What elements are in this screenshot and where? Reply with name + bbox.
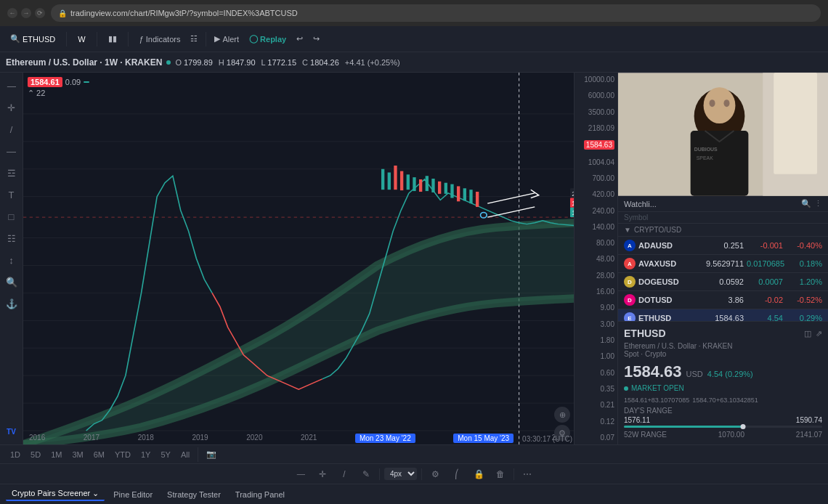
watchlist-search-icon[interactable]: 🔍 [801, 199, 811, 208]
indicators-button[interactable]: ƒ Indicators [135, 32, 185, 46]
chart-area[interactable]: 2180.09 1584.63 1004.04 1584.61 0.09 ⌃ 2… [23, 73, 617, 444]
undo-button[interactable]: ↩ [292, 31, 307, 46]
draw-brush-btn[interactable]: ✎ [357, 466, 375, 482]
price-0.35: 0.35 [577, 385, 614, 393]
svg-text:SPEAK: SPEAK [697, 155, 714, 160]
price-axis: 10000.00 6000.00 3500.00 2180.09 1584.63… [574, 73, 617, 444]
watchlist-menu-icon[interactable]: ⋮ [814, 199, 822, 208]
price-0.21: 0.21 [577, 401, 614, 409]
date-2019: 2019 [192, 434, 208, 443]
text-tool[interactable]: T [1, 184, 22, 205]
svg-rect-19 [413, 177, 415, 191]
tf-1d[interactable]: 1D [6, 449, 25, 460]
tf-all[interactable]: All [176, 449, 194, 460]
svg-rect-28 [469, 190, 472, 203]
expand-icon[interactable]: ⇗ [816, 329, 822, 338]
draw-more-btn[interactable]: ⋯ [519, 466, 536, 482]
compare-icon: ☷ [190, 34, 198, 44]
replay-button[interactable]: ◯ Replay [245, 31, 291, 46]
price-1004: 1004.04 [577, 158, 614, 166]
shapes-tool[interactable]: □ [1, 206, 22, 227]
screenshot-button[interactable]: 📷 [202, 447, 221, 462]
svg-rect-22 [431, 179, 434, 192]
svg-point-47 [710, 99, 715, 107]
date-may23[interactable]: Mon 15 May '23 [453, 434, 514, 443]
url-bar[interactable]: 🔒 tradingview.com/chart/RIMgw3tP/?symbol… [51, 4, 821, 22]
back-button[interactable]: ← [7, 8, 17, 18]
tf-1y[interactable]: 1Y [137, 449, 155, 460]
watchlist-item[interactable]: E ETHUSD 1584.63 4.54 0.29% [618, 309, 828, 321]
tf-5y[interactable]: 5Y [156, 449, 174, 460]
detail-price: 1584.63 [624, 362, 682, 381]
draw-delete-btn[interactable]: 🗑 [492, 466, 509, 482]
watchlist-item[interactable]: A AVAXUSD 9.5629711 0.0170685 0.18% [618, 255, 828, 273]
date-2021: 2021 [301, 434, 317, 443]
replay-icon: ◯ [249, 34, 258, 44]
current-price2-tag [84, 81, 89, 83]
pointer-tool-btn[interactable]: ⸻ [292, 466, 309, 482]
tf-1m[interactable]: 1M [46, 449, 66, 460]
compare-button[interactable]: ☷ [186, 31, 202, 46]
svg-rect-41 [774, 73, 817, 174]
w52-label: 52W RANGE [624, 431, 667, 439]
watchlist-item[interactable]: D DOTUSD 3.86 -0.02 -0.52% [618, 291, 828, 309]
draw-cross-btn[interactable]: ✛ [314, 466, 331, 482]
tf-5d[interactable]: 5D [26, 449, 45, 460]
horizontal-tool[interactable]: — [1, 141, 22, 161]
right-panel: DUBIOUS SPEAK Watchli... 🔍 ⋮ Symbol [617, 73, 828, 444]
tab-crypto-screener[interactable]: Crypto Pairs Screener ⌄ [6, 487, 105, 501]
divider-3 [128, 32, 129, 46]
wl-price: 0.0592 [693, 277, 744, 286]
draw-line-btn[interactable]: / [336, 466, 353, 482]
fib-tool[interactable]: ☷ [1, 228, 22, 248]
price-2180: 2180.09 [577, 124, 614, 132]
open-price: 1799.89 [184, 58, 213, 67]
tf-6m[interactable]: 6M [89, 449, 109, 460]
pitchfork-tool[interactable]: ☲ [1, 163, 22, 183]
bid-ask-row: 1584.61+83.10707085 1584.70+63.10342851 [624, 397, 822, 404]
price-240: 240.00 [577, 207, 614, 215]
layout-icon[interactable]: ◫ [804, 329, 811, 338]
magnet-tool[interactable]: ⚓ [1, 293, 22, 314]
date-2018: 2018 [138, 434, 154, 443]
alert-button[interactable]: ▶ Alert [210, 31, 243, 46]
watchlist-item[interactable]: A ADAUSD 0.251 -0.001 -0.40% [618, 237, 828, 255]
timeframe-label: W [78, 35, 85, 44]
wl-symbol: DOTUSD [638, 296, 690, 304]
search-button[interactable]: 🔍 ETHUSD [6, 31, 60, 46]
reload-button[interactable]: ⟳ [35, 8, 45, 18]
detail-header: ETHUSD ◫ ⇗ [624, 328, 822, 339]
redo-button[interactable]: ↪ [309, 31, 324, 46]
zoom-in-icon[interactable]: ⊕ [554, 407, 570, 423]
tab-pine-editor[interactable]: Pine Editor [107, 489, 158, 500]
detail-symbol: ETHUSD [624, 328, 666, 339]
chart-type-button[interactable]: ▮▮ [104, 31, 121, 46]
cursor-tool[interactable]: ⸻ [1, 76, 22, 96]
crosshair-tool[interactable]: ✛ [1, 97, 22, 118]
price-80: 80.00 [577, 239, 614, 247]
draw-lock-btn[interactable]: 🔒 [470, 466, 487, 482]
trendline-tool[interactable]: / [1, 119, 22, 139]
draw-settings-btn[interactable]: ⚙ [426, 466, 444, 482]
days-high: 1590.74 [796, 416, 822, 424]
tf-3m[interactable]: 3M [68, 449, 87, 460]
stroke-size-selector[interactable]: 4px 2px 6px [384, 468, 417, 480]
tab-trading-panel[interactable]: Trading Panel [230, 489, 291, 500]
market-open-badge: MARKET OPEN [624, 384, 822, 392]
date-may22[interactable]: Mon 23 May '22 [355, 434, 415, 443]
draw-copy-btn[interactable]: ⎛ [448, 466, 466, 482]
measure-tool[interactable]: ↕ [1, 250, 22, 270]
zoom-tool[interactable]: 🔍 [1, 272, 22, 292]
price-700: 700.00 [577, 174, 614, 182]
tf-ytd[interactable]: YTD [110, 449, 135, 460]
forward-button[interactable]: → [21, 8, 31, 18]
timeframe-button[interactable]: W [73, 32, 89, 46]
svg-rect-17 [400, 171, 403, 191]
svg-rect-18 [407, 174, 410, 190]
tab-strategy-tester[interactable]: Strategy Tester [161, 489, 227, 500]
price-current: 1584.63 [577, 140, 614, 150]
time-display: 03:30:17 (UTC) [522, 435, 572, 443]
date-axis: 2016 2017 2018 2019 2020 2021 Mon 23 May… [23, 434, 574, 443]
chart-info-bar: Ethereum / U.S. Dollar · 1W · KRAKEN O 1… [0, 52, 828, 73]
watchlist-item[interactable]: D DOGEUSD 0.0592 0.0007 1.20% [618, 273, 828, 291]
